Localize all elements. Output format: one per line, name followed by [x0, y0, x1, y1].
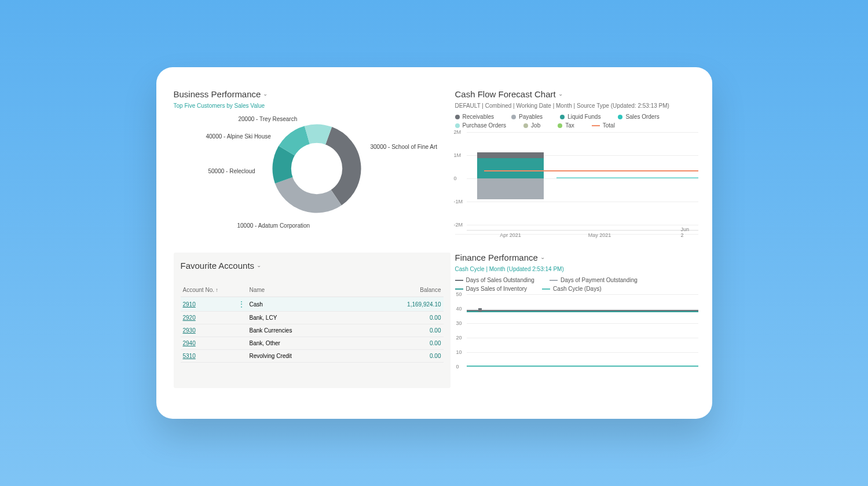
legend-line-icon	[550, 280, 558, 281]
sort-up-icon: ↑	[215, 287, 218, 293]
legend-label: Job	[531, 122, 540, 129]
table-row[interactable]: 2930Bank Currencies0.00	[181, 324, 444, 337]
y-axis-tick: 0	[454, 176, 457, 181]
gridline	[467, 367, 698, 367]
col-header-name[interactable]: Name	[250, 287, 389, 293]
legend-label: Cash Cycle (Days)	[553, 286, 601, 292]
favourite-accounts-table: Account No. ↑ Name Balance 2910⋮Cash1,16…	[181, 283, 444, 363]
account-link[interactable]: 2910	[183, 301, 196, 308]
legend-label: Days of Sales Outstanding	[466, 277, 534, 283]
cash-flow-legend: ReceivablesPayablesLiquid FundsSales Ord…	[455, 114, 698, 129]
legend-item[interactable]: Tax	[558, 122, 574, 129]
chevron-down-icon: ⌄	[263, 92, 268, 97]
account-balance: 1,169,924.10	[389, 301, 441, 308]
donut-slice-label: 50000 - Relecloud	[208, 168, 255, 174]
x-axis-tick: May 2021	[588, 232, 611, 238]
legend-dot-icon	[455, 123, 460, 128]
account-balance: 0.00	[389, 315, 441, 321]
gridline	[467, 132, 698, 133]
legend-item[interactable]: Days of Sales Outstanding	[455, 277, 534, 283]
account-link[interactable]: 2930	[183, 327, 196, 334]
legend-item[interactable]: Sales Orders	[618, 114, 659, 120]
finance-performance-subtitle: Cash Cycle | Month (Updated 2:53:14 PM)	[455, 266, 698, 272]
cash-flow-chart: 2M1M0-1M-2MApr 2021May 2021Jun 2	[467, 132, 698, 231]
row-menu-icon[interactable]: ⋮	[233, 300, 250, 308]
donut-slice-label: 10000 - Adatum Corporation	[237, 222, 310, 229]
panel-title-label: Business Performance	[174, 89, 261, 99]
svg-point-0	[291, 143, 342, 194]
account-link[interactable]: 5310	[183, 353, 196, 359]
favourite-accounts-panel: Favourite Accounts ⌄ Account No. ↑ Name …	[174, 253, 451, 388]
legend-line-icon	[542, 288, 550, 290]
legend-label: Sales Orders	[625, 114, 659, 120]
finance-performance-panel: Finance Performance ⌄ Cash Cycle | Month…	[455, 253, 698, 388]
legend-label: Total	[603, 122, 615, 129]
legend-dot-icon	[455, 115, 460, 119]
bar-payables[interactable]	[477, 178, 544, 199]
legend-label: Purchase Orders	[463, 122, 507, 129]
y-axis-tick: -1M	[454, 199, 463, 204]
legend-dot-icon	[511, 115, 516, 119]
legend-dot-icon	[523, 123, 528, 128]
line-cash-cycle[interactable]	[467, 366, 698, 367]
gridline	[467, 352, 698, 353]
legend-item[interactable]: Purchase Orders	[455, 122, 507, 129]
chevron-down-icon: ⌄	[257, 263, 261, 268]
legend-item[interactable]: Job	[523, 122, 540, 129]
legend-item[interactable]: Days Sales of Inventory	[455, 286, 528, 292]
account-name: Revolving Credit	[250, 353, 389, 359]
legend-label: Payables	[519, 114, 543, 120]
gridline	[467, 309, 698, 309]
gridline	[467, 294, 698, 295]
line-days-sales-inventory[interactable]	[467, 311, 698, 312]
legend-dot-icon	[558, 123, 562, 128]
business-performance-title[interactable]: Business Performance ⌄	[174, 89, 451, 99]
account-name: Cash	[250, 301, 389, 308]
panel-title-label: Cash Flow Forecast Chart	[455, 89, 556, 99]
donut-slice-label: 40000 - Alpine Ski House	[206, 133, 271, 140]
x-axis-tick: Apr 2021	[500, 232, 521, 238]
account-name: Bank Currencies	[250, 327, 389, 334]
legend-item[interactable]: Total	[592, 122, 615, 129]
table-row[interactable]: 5310Revolving Credit0.00	[181, 350, 444, 363]
legend-item[interactable]: Liquid Funds	[560, 114, 600, 120]
cash-flow-panel: Cash Flow Forecast Chart ⌄ DEFAULT | Com…	[455, 89, 698, 244]
legend-item[interactable]: Cash Cycle (Days)	[542, 286, 601, 292]
col-header-label: Account No.	[183, 287, 214, 293]
legend-line-icon	[592, 125, 600, 126]
legend-item[interactable]: Receivables	[455, 114, 494, 120]
account-name: Bank, Other	[250, 340, 389, 346]
line-total[interactable]	[484, 170, 698, 171]
legend-item[interactable]: Payables	[511, 114, 543, 120]
col-header-balance[interactable]: Balance	[389, 287, 441, 293]
donut-svg	[268, 119, 366, 218]
legend-dot-icon	[618, 115, 622, 119]
donut-chart: 30000 - School of Fine Art10000 - Adatum…	[174, 111, 451, 236]
gridline	[467, 323, 698, 324]
col-header-account[interactable]: Account No. ↑	[183, 287, 250, 293]
y-axis-tick: 1M	[454, 152, 462, 158]
table-row[interactable]: 2910⋮Cash1,169,924.10	[181, 297, 444, 312]
finance-performance-chart: 50403020100	[467, 294, 698, 370]
legend-label: Days of Payment Outstanding	[561, 277, 638, 283]
legend-label: Tax	[565, 122, 574, 129]
favourite-accounts-title[interactable]: Favourite Accounts ⌄	[181, 261, 444, 271]
table-row[interactable]: 2920Bank, LCY0.00	[181, 312, 444, 324]
cash-flow-subtitle: DEFAULT | Combined | Working Date | Mont…	[455, 103, 698, 109]
donut-slice-label: 30000 - School of Fine Art	[371, 144, 438, 150]
y-axis-tick: 0	[456, 364, 459, 370]
legend-label: Receivables	[463, 114, 494, 120]
panel-title-label: Favourite Accounts	[181, 261, 255, 271]
account-link[interactable]: 2940	[183, 340, 196, 346]
account-link[interactable]: 2920	[183, 315, 196, 321]
finance-performance-title[interactable]: Finance Performance ⌄	[455, 253, 698, 262]
line-sales-orders[interactable]	[556, 177, 698, 178]
table-row[interactable]: 2940Bank, Other0.00	[181, 337, 444, 350]
donut-slice-label: 20000 - Trey Research	[239, 116, 298, 122]
y-axis-tick: 40	[456, 306, 462, 312]
legend-item[interactable]: Days of Payment Outstanding	[550, 277, 638, 283]
y-axis-tick: -2M	[454, 222, 463, 228]
bar-receivables[interactable]	[477, 152, 544, 158]
legend-dot-icon	[560, 115, 565, 119]
cash-flow-title[interactable]: Cash Flow Forecast Chart ⌄	[455, 89, 698, 99]
